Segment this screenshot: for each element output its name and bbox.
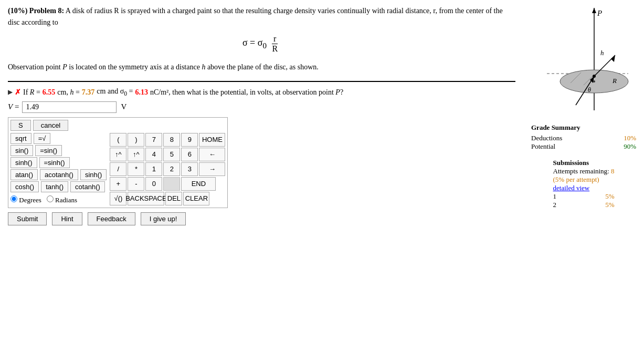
home-button[interactable]: HOME xyxy=(199,133,225,147)
mode-row: Degrees Radians xyxy=(10,195,107,204)
svg-text:h: h xyxy=(600,49,604,57)
up-caret1-button[interactable]: ↑^ xyxy=(110,148,126,161)
num9-button[interactable]: 9 xyxy=(181,133,198,147)
arrow-icon: ▶ xyxy=(8,88,13,96)
radians-radio[interactable] xyxy=(47,195,54,202)
calc-top-row: S cancel xyxy=(10,120,225,131)
x-icon: ✗ xyxy=(15,88,21,97)
v-unit: V xyxy=(121,102,126,111)
svg-point-14 xyxy=(593,75,596,78)
sigma-symbol: σ = σ0 xyxy=(242,37,267,48)
sqrt-equals-button[interactable]: =√ xyxy=(34,133,51,144)
atan-button[interactable]: atan() xyxy=(10,169,38,180)
num0-button[interactable]: 0 xyxy=(145,177,162,191)
svg-text:R: R xyxy=(612,77,617,85)
numpad-row3: / * 1 2 3 → xyxy=(110,162,225,176)
submission-row-2: 2 5% xyxy=(553,201,615,209)
grade-summary: Grade Summary Deductions 10% Potential 9… xyxy=(529,121,639,153)
num5-button[interactable]: 5 xyxy=(163,148,180,161)
grade-title: Grade Summary xyxy=(531,123,636,132)
problem-header: (10%) Problem 8: A disk of radius R is s… xyxy=(8,5,515,29)
num6-button[interactable]: 6 xyxy=(181,148,198,161)
formula: σ = σ0 r R xyxy=(8,34,515,54)
numpad: ( ) 7 8 9 HOME ↑^ ↑^ 4 5 6 ← xyxy=(110,133,225,205)
end-button[interactable]: END xyxy=(181,177,216,191)
sin-button[interactable]: sin() xyxy=(10,145,33,156)
numpad-row4: + - 0 END xyxy=(110,177,225,191)
cotanh-button[interactable]: cotanh() xyxy=(70,181,105,192)
clear-button[interactable]: CLEAR xyxy=(183,192,209,205)
angle-mode: Degrees Radians xyxy=(10,195,77,204)
radians-label[interactable]: Radians xyxy=(47,195,77,204)
empty-button xyxy=(163,177,180,191)
s-button[interactable]: S xyxy=(10,120,31,131)
sub-num-2: 2 xyxy=(553,201,557,209)
sinh-button[interactable]: sinh() xyxy=(10,157,37,168)
potential-value: 90% xyxy=(624,142,636,151)
calculator: S cancel sqrt =√ sin() =sin() xyxy=(8,117,228,208)
multiply-button[interactable]: * xyxy=(128,162,144,176)
potential-label: Potential xyxy=(531,142,555,151)
sinh-equals-button[interactable]: =sinh() xyxy=(39,157,70,168)
backspace-button[interactable]: BACKSPACE xyxy=(128,192,164,205)
cosh-button[interactable]: cosh() xyxy=(10,181,39,192)
deductions-value: 10% xyxy=(624,134,636,142)
degrees-radio[interactable] xyxy=(10,195,17,202)
paren-open-button[interactable]: ( xyxy=(110,133,126,147)
deductions-label: Deductions xyxy=(531,134,562,142)
function-buttons: sqrt =√ sin() =sin() sinh() =sinh() xyxy=(10,133,107,204)
num3-button[interactable]: 3 xyxy=(181,162,198,176)
sub-pct-2: 5% xyxy=(605,201,614,209)
num7-button[interactable]: 7 xyxy=(145,133,162,147)
calc-body: sqrt =√ sin() =sin() sinh() =sinh() xyxy=(10,133,225,205)
cosh-row: cosh() tanh() cotanh() xyxy=(10,181,107,192)
right-arrow-button[interactable]: → xyxy=(199,162,225,176)
v-label: V = xyxy=(8,102,19,111)
submit-button[interactable]: Submit xyxy=(8,212,47,225)
diagram: P h R θ xyxy=(531,5,636,121)
svg-point-15 xyxy=(593,80,595,82)
svg-text:P: P xyxy=(597,9,602,17)
numpad-row1: ( ) 7 8 9 HOME xyxy=(110,133,225,147)
svg-marker-13 xyxy=(611,55,615,62)
submissions-section: Submissions Attempts remaining: 8 (5% pe… xyxy=(553,159,615,209)
atan-row: atan() acotanh() sinh() xyxy=(10,169,107,180)
deductions-row: Deductions 10% xyxy=(531,134,636,142)
sqrt-paren-button[interactable]: √() xyxy=(110,192,126,205)
minus-button[interactable]: - xyxy=(128,177,144,191)
numpad-row2: ↑^ ↑^ 4 5 6 ← xyxy=(110,148,225,161)
divide-button[interactable]: / xyxy=(110,162,126,176)
hint-button[interactable]: Hint xyxy=(52,212,82,225)
sinh2-button[interactable]: sinh() xyxy=(80,169,107,180)
fraction: r R xyxy=(270,34,279,54)
sin-equals-button[interactable]: =sin() xyxy=(35,145,62,156)
sqrt-button[interactable]: sqrt xyxy=(10,133,31,144)
per-attempt: (5% per attempt) xyxy=(553,176,615,184)
paren-close-button[interactable]: ) xyxy=(128,133,144,147)
sin-row: sin() =sin() xyxy=(10,145,107,156)
del-button[interactable]: DEL xyxy=(165,192,182,205)
svg-marker-1 xyxy=(592,8,596,13)
question-line: ▶ ✗ If R = 6.55 cm, h = 7.37 cm and σ0 =… xyxy=(8,87,515,97)
degrees-label[interactable]: Degrees xyxy=(10,195,41,204)
backspace-left-button[interactable]: ← xyxy=(199,148,225,161)
detailed-view-link[interactable]: detailed view xyxy=(553,184,615,192)
tanh-button[interactable]: tanh() xyxy=(41,181,68,192)
cancel-button[interactable]: cancel xyxy=(33,120,69,131)
observation-text: Observation point P is located on the sy… xyxy=(8,61,515,73)
action-buttons: Submit Hint Feedback I give up! xyxy=(8,212,515,225)
submissions-title: Submissions xyxy=(553,159,615,167)
up-caret2-button[interactable]: ↑^ xyxy=(128,148,144,161)
num2-button[interactable]: 2 xyxy=(163,162,180,176)
plus-button[interactable]: + xyxy=(110,177,126,191)
feedback-button[interactable]: Feedback xyxy=(88,212,135,225)
v-input[interactable] xyxy=(22,101,117,113)
give-up-button[interactable]: I give up! xyxy=(141,212,186,225)
sub-pct-1: 5% xyxy=(605,192,614,201)
acotanh-button[interactable]: acotanh() xyxy=(40,169,78,180)
num8-button[interactable]: 8 xyxy=(163,133,180,147)
svg-text:θ: θ xyxy=(588,86,591,94)
num4-button[interactable]: 4 xyxy=(145,148,162,161)
attempts-remaining: Attempts remaining: 8 xyxy=(553,167,615,176)
num1-button[interactable]: 1 xyxy=(145,162,162,176)
